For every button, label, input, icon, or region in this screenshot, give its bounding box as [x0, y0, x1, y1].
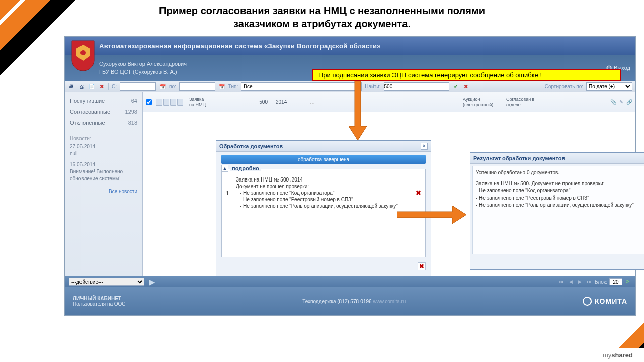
- sort-select[interactable]: По дате (+): [586, 82, 632, 90]
- pager: ⏮ ◀ ▶ ⏭ Блок: ⟳: [558, 278, 631, 285]
- prev-page-icon[interactable]: ◀: [568, 278, 575, 285]
- brand-logo: КОМИТА: [583, 297, 627, 306]
- svg-marker-4: [0, 0, 1, 1]
- row-status: Согласован в отделе: [504, 97, 542, 108]
- svg-point-9: [80, 50, 86, 55]
- support-info: Техподдержка (812) 578-0196 www.comita.r…: [302, 299, 406, 304]
- row-date: 2014: [274, 99, 304, 105]
- to-label: по:: [169, 84, 176, 89]
- refresh-icon[interactable]: 🖶: [68, 83, 75, 90]
- personal-cabinet[interactable]: ЛИЧНЫЙ КАБИНЕТ Пользователя на ООС: [73, 296, 126, 307]
- delete-row-icon[interactable]: ✖: [416, 189, 421, 197]
- type-label: Тип:: [228, 84, 238, 89]
- last-page-icon[interactable]: ⏭: [586, 278, 593, 285]
- row-desc: …: [308, 99, 457, 105]
- row-title: Заявка на НМЦ: [187, 97, 210, 108]
- slide-title: Пример согласования заявки на НМЦ с неза…: [0, 4, 644, 30]
- search-go-icon[interactable]: ✔: [452, 83, 459, 90]
- error-callout: При подписании заявки ЭЦП система генери…: [312, 69, 621, 81]
- coat-of-arms-icon: [70, 40, 96, 72]
- app-header: Автоматизированная информационная систем…: [65, 37, 635, 55]
- first-page-icon[interactable]: ⏮: [558, 278, 566, 285]
- refresh-icon[interactable]: ⟳: [624, 278, 631, 285]
- svg-marker-7: [626, 335, 644, 348]
- action-select[interactable]: ---действие---: [69, 278, 144, 286]
- sidebar-item-rejected[interactable]: Отклоненные818: [65, 117, 142, 128]
- toolbar: 🖶 🖨 📄 ✖ С: 📅 по: 📅 Тип: Все Найти: ✔ ✖ С…: [65, 81, 635, 92]
- edit-icon[interactable]: ✎: [619, 99, 623, 105]
- result-body: Успешно обработано 0 документов. Заявка …: [472, 166, 644, 254]
- progress-bar: обработка завершена: [221, 155, 426, 164]
- clip-icon[interactable]: 🔗: [626, 99, 632, 105]
- go-icon[interactable]: ▶: [148, 278, 155, 285]
- sidebar: Поступившие64 Согласованные1298 Отклонен…: [65, 92, 143, 297]
- bottom-toolbar: ---действие--- ▶ ⏮ ◀ ▶ ⏭ Блок: ⟳: [65, 276, 635, 287]
- block-input[interactable]: [609, 278, 622, 285]
- result-dialog: Результат обработки документов × Успешно…: [470, 152, 644, 270]
- table-row[interactable]: Заявка на НМЦ 500 2014 … Аукцион (электр…: [143, 92, 635, 112]
- row-number: 500: [214, 99, 270, 105]
- close-icon[interactable]: ×: [421, 143, 428, 150]
- delete-icon[interactable]: ✖: [98, 83, 105, 90]
- row-type: Аукцион (электронный): [461, 97, 500, 108]
- row-actions: 📎 ✎ 🔗: [610, 99, 632, 105]
- svg-marker-6: [619, 328, 644, 348]
- sidebar-item-approved[interactable]: Согласованные1298: [65, 106, 142, 117]
- app-window: Автоматизированная информационная систем…: [64, 36, 636, 316]
- sidebar-item-incoming[interactable]: Поступившие64: [65, 95, 142, 106]
- watermark: myshared: [603, 351, 633, 359]
- app-title: Автоматизированная информационная систем…: [99, 42, 381, 50]
- export-icon[interactable]: 📄: [88, 83, 95, 90]
- collapse-icon[interactable]: ▲: [221, 165, 228, 172]
- close-button[interactable]: ✖: [418, 262, 426, 270]
- block-label: Блок:: [595, 279, 607, 285]
- sort-label: Сортировать по:: [545, 84, 583, 89]
- user-info: Сухоруков Виктор Александрович ГБУ ВО ЦС…: [99, 60, 187, 76]
- next-page-icon[interactable]: ▶: [577, 278, 584, 285]
- print-icon[interactable]: 🖨: [78, 83, 85, 90]
- app-footer: ЛИЧНЫЙ КАБИНЕТ Пользователя на ООС Техпо…: [65, 287, 635, 315]
- find-label: Найти:: [365, 84, 380, 89]
- type-select[interactable]: Все: [241, 82, 362, 90]
- news-block: Новости: 27.06.2014 null 16.06.2014 Вним…: [65, 128, 142, 186]
- from-date-input[interactable]: [120, 82, 156, 90]
- dialog-title: Результат обработки документов: [473, 155, 565, 161]
- all-news-link[interactable]: Все новости: [65, 186, 142, 197]
- find-input[interactable]: [384, 82, 449, 90]
- processing-dialog: Обработка документов × обработка заверше…: [216, 140, 431, 278]
- from-label: С:: [112, 84, 117, 89]
- calendar-icon[interactable]: 📅: [159, 83, 166, 90]
- row-icons: [156, 99, 183, 106]
- calendar-icon[interactable]: 📅: [218, 83, 225, 90]
- dialog-title: Обработка документов: [219, 143, 283, 149]
- attach-icon[interactable]: 📎: [610, 99, 616, 105]
- support-phone[interactable]: (812) 578-0196: [337, 299, 371, 304]
- details-label: подробно: [230, 165, 261, 171]
- search-clear-icon[interactable]: ✖: [462, 83, 469, 90]
- to-date-input[interactable]: [179, 82, 215, 90]
- row-checkbox[interactable]: [146, 99, 152, 105]
